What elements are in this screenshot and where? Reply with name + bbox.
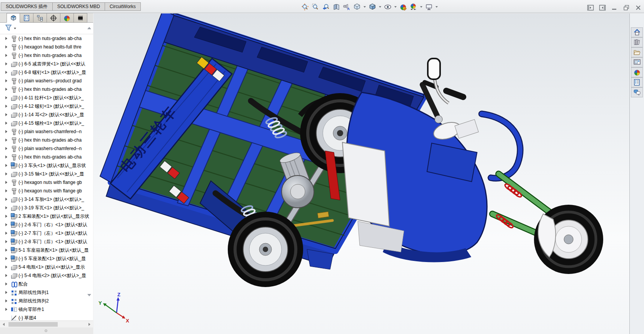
expand-arrow-icon[interactable] <box>5 88 11 91</box>
expand-arrow-icon[interactable] <box>5 308 11 311</box>
scroll-right-icon[interactable] <box>88 323 90 326</box>
tree-item[interactable]: (-) 4-12 螺钉<1> (默认<<默认>_ <box>0 102 93 110</box>
dock-right-icon[interactable] <box>598 4 607 12</box>
design-library-icon[interactable] <box>631 37 643 47</box>
tree-item[interactable]: (-) hex thin nuts-grades ab-cha <box>0 136 93 144</box>
dimxpertmanager-tab[interactable] <box>47 13 60 23</box>
expand-arrow-icon[interactable] <box>5 282 11 286</box>
previous-view-icon[interactable] <box>321 2 330 12</box>
tree-item[interactable]: (-) 2-7 车门（左）<1> (默认<默认 <box>0 229 93 237</box>
tree-item[interactable]: (-) 4-15 螺栓<1> (默认<<默认>_ <box>0 119 93 127</box>
tree-item[interactable]: (-) hexagon head bolts-full thre <box>0 43 93 51</box>
expand-arrow-icon[interactable] <box>5 249 11 252</box>
model-rear-wheel-lower[interactable] <box>228 212 303 287</box>
tree-item[interactable]: (-) hex thin nuts-grades ab-cha <box>0 51 93 60</box>
view-settings-dropdown-caret[interactable] <box>434 2 439 12</box>
tree-scroll-up-icon[interactable] <box>87 27 91 30</box>
tree-item[interactable]: (-) 6-5 减震弹簧<1> (默认<<默认 <box>0 60 93 68</box>
expand-arrow-icon[interactable] <box>5 215 11 218</box>
hide-show-items-icon[interactable] <box>383 2 392 12</box>
tree-item[interactable]: (-) 5-4 电瓶<2> (默认<<默认>_显 <box>0 271 93 280</box>
zoom-to-fit-icon[interactable] <box>300 2 310 12</box>
expand-arrow-icon[interactable] <box>5 299 11 302</box>
tree-item[interactable]: 5-4 电瓶<1> (默认<<默认>_显示 <box>0 263 93 271</box>
tree-item[interactable]: (-) hexagon nuts with flange gb <box>0 187 93 195</box>
restore-icon[interactable] <box>622 4 631 12</box>
minimize-icon[interactable] <box>610 4 619 12</box>
expand-arrow-icon[interactable] <box>5 54 11 57</box>
tree-item[interactable]: 5-1 车座箱装配<1> (默认<默认_显 <box>0 246 93 254</box>
tree-item[interactable]: (-) 3-14 车胎<1> (默认<<默认>_ <box>0 195 93 204</box>
tree-item[interactable]: (-) 3-15 轴<1> (默认<<默认>_显 <box>0 170 93 178</box>
view-orientation-icon[interactable] <box>352 2 362 12</box>
expand-arrow-icon[interactable] <box>5 240 11 243</box>
hide-show-items-dropdown-caret[interactable] <box>393 2 397 12</box>
expand-arrow-icon[interactable] <box>5 189 11 192</box>
commandmanager-tab[interactable]: SOLIDWORKS 插件 <box>1 2 52 11</box>
expand-arrow-icon[interactable] <box>5 105 11 108</box>
tree-item[interactable]: (-) 6-8 螺钉<1> (默认<<默认>_显 <box>0 68 93 77</box>
tree-item[interactable]: (-) 3 车头<1> (默认<默认_显示状 <box>0 161 93 170</box>
model-tricycle[interactable]: 电动三轮车 <box>93 13 629 334</box>
circuitworks-tab[interactable] <box>74 13 87 23</box>
filter-dropdown-caret[interactable] <box>14 28 16 29</box>
view-palette-icon[interactable] <box>631 57 643 67</box>
tree-item[interactable]: (-) 1-14 耳<2> (默认<<默认>_显 <box>0 110 93 119</box>
tree-item[interactable]: (-) 4-11 拉杆<1> (默认<<默认>_ <box>0 94 93 102</box>
expand-arrow-icon[interactable] <box>5 79 11 82</box>
custom-properties-icon[interactable] <box>631 77 643 87</box>
expand-arrow-icon[interactable] <box>5 232 11 235</box>
view-orientation-dropdown-caret[interactable] <box>362 2 367 12</box>
file-explorer-icon[interactable] <box>631 47 643 57</box>
expand-arrow-icon[interactable] <box>5 155 11 159</box>
expand-arrow-icon[interactable] <box>5 198 11 201</box>
apply-scene-dropdown-caret[interactable] <box>419 2 423 12</box>
view-settings-icon[interactable] <box>424 2 434 12</box>
display-style-icon[interactable] <box>367 2 377 12</box>
expand-arrow-icon[interactable] <box>5 291 11 294</box>
expand-arrow-icon[interactable] <box>5 274 11 277</box>
featuremanager-tab[interactable] <box>7 13 20 23</box>
tree-item[interactable]: 局部线性阵列2 <box>0 297 93 305</box>
propertymanager-tab[interactable] <box>20 13 33 23</box>
commandmanager-tab[interactable]: SOLIDWORKS MBD <box>52 2 105 11</box>
configurationmanager-tab[interactable] <box>33 13 47 23</box>
commandmanager-tab[interactable]: CircuitWorks <box>105 2 141 11</box>
graphics-area[interactable]: 电动三轮车 <box>93 13 629 334</box>
filter-funnel-icon[interactable] <box>5 24 12 33</box>
scroll-left-icon[interactable] <box>3 323 5 326</box>
tree-item[interactable]: (-) 2-6 车门（右）<1> (默认<默认 <box>0 220 93 229</box>
expand-arrow-icon[interactable] <box>5 96 11 99</box>
displaymanager-tab[interactable] <box>60 13 74 23</box>
expand-arrow-icon[interactable] <box>5 206 11 209</box>
tree-item[interactable]: (-) hex thin nuts-grades ab-cha <box>0 34 93 43</box>
section-view-icon[interactable] <box>331 2 341 12</box>
tree-item[interactable]: 2 车厢装配<1> (默认<默认_显示状 <box>0 212 93 220</box>
solidworks-forum-icon[interactable] <box>631 87 643 97</box>
apply-scene-icon[interactable] <box>409 2 418 12</box>
expand-arrow-icon[interactable] <box>5 113 11 116</box>
tree-scroll-down-icon[interactable] <box>87 294 91 297</box>
tree-item[interactable]: (-) 5 车座装配<1> (默认<默认_显 <box>0 254 93 263</box>
panel-splitter[interactable] <box>0 327 93 334</box>
expand-arrow-icon[interactable] <box>5 223 11 226</box>
tree-item[interactable]: (-) 2-8 车门（后）<1> (默认<默认 <box>0 237 93 246</box>
home-icon[interactable] <box>631 27 643 37</box>
expand-arrow-icon[interactable] <box>5 139 11 142</box>
expand-arrow-icon[interactable] <box>5 130 11 133</box>
expand-arrow-icon[interactable] <box>5 62 11 65</box>
expand-arrow-icon[interactable] <box>5 164 11 167</box>
tree-item[interactable]: 配合 <box>0 280 93 288</box>
expand-arrow-icon[interactable] <box>5 71 11 74</box>
close-icon[interactable] <box>634 4 642 12</box>
tree-item[interactable]: 局部线性阵列1 <box>0 288 93 297</box>
tree-item[interactable]: (-) 草图4 <box>0 314 93 321</box>
expand-arrow-icon[interactable] <box>5 257 11 260</box>
tree-item[interactable]: 镜向零部件1 <box>0 305 93 314</box>
expand-arrow-icon[interactable] <box>5 181 11 184</box>
tree-item[interactable]: (-) plain washers--product grad <box>0 77 93 85</box>
zoom-to-area-icon[interactable] <box>310 2 320 12</box>
expand-arrow-icon[interactable] <box>5 45 11 48</box>
tree-horizontal-scrollbar[interactable] <box>0 321 93 327</box>
annotation-views-icon[interactable]: A <box>342 2 351 12</box>
